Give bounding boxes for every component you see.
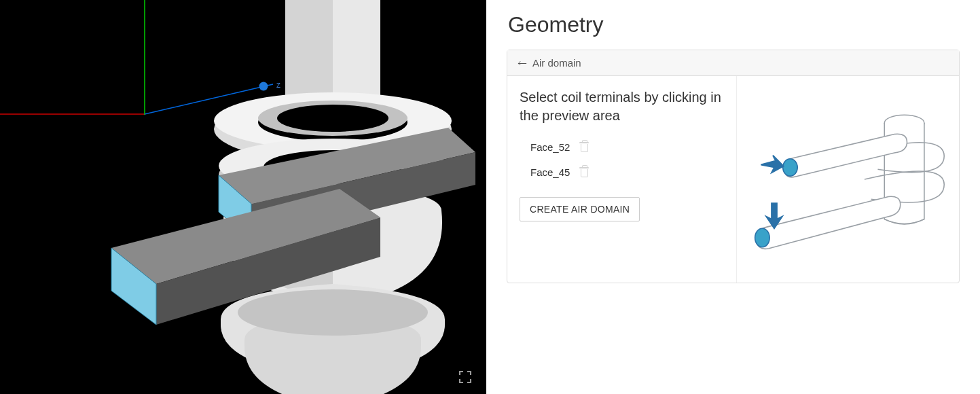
side-panel: Geometry 🡐 Air domain Select coil termin… (486, 0, 980, 394)
instruction-text: Select coil terminals by clicking in the… (520, 88, 723, 125)
trash-icon[interactable] (579, 167, 589, 178)
trash-icon[interactable] (579, 142, 589, 153)
page-title: Geometry (508, 12, 960, 37)
svg-point-8 (277, 105, 388, 132)
svg-point-13 (238, 289, 428, 336)
breadcrumb-back[interactable]: 🡐 Air domain (507, 50, 959, 76)
face-item: Face_45 (520, 162, 723, 187)
face-item: Face_52 (520, 137, 723, 162)
back-arrow-icon: 🡐 (518, 58, 527, 69)
svg-point-22 (755, 228, 770, 247)
fullscreen-icon[interactable] (459, 371, 471, 383)
preview-viewport[interactable]: z (0, 0, 486, 394)
svg-point-3 (259, 82, 268, 91)
hint-diagram (736, 76, 959, 283)
arrow-icon (761, 156, 783, 173)
breadcrumb-label: Air domain (532, 57, 581, 69)
axis-gizmo (0, 0, 273, 115)
geometry-panel: 🡐 Air domain Select coil terminals by cl… (507, 50, 960, 283)
face-name: Face_52 (530, 141, 570, 153)
axis-label-z: z (276, 80, 280, 90)
face-name: Face_45 (530, 166, 570, 178)
create-air-domain-button[interactable]: CREATE AIR DOMAIN (520, 197, 640, 221)
svg-point-21 (783, 159, 798, 176)
